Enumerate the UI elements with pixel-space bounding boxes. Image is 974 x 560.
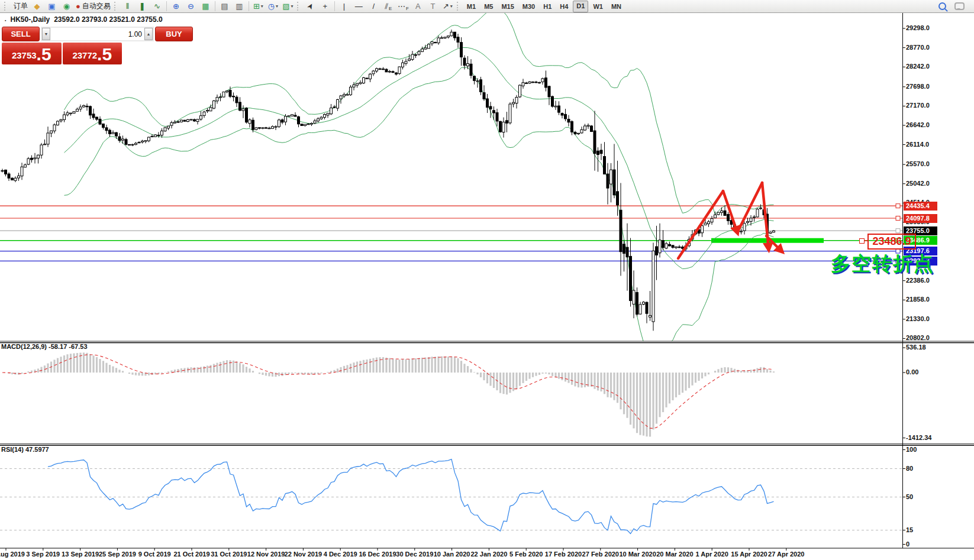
date-axis-label: 20 Mar 2020 <box>656 551 693 558</box>
search-icon[interactable] <box>938 2 946 10</box>
sell-button[interactable]: SELL <box>2 27 40 41</box>
price-level-tag: 24097.8 <box>904 214 937 223</box>
turning-point-annotation[interactable]: 多空转折点 <box>831 251 934 277</box>
date-axis-label: 22 Jan 2020 <box>471 551 508 558</box>
zoom-in-icon[interactable]: ⊕ <box>169 1 183 12</box>
timeframe-mn[interactable]: MN <box>608 1 625 12</box>
rsi-indicator-label: RSI(14) 47.5977 <box>1 446 49 453</box>
zoom-out-icon[interactable]: ⊖ <box>184 1 198 12</box>
tile-windows-icon[interactable]: ▦ <box>199 1 212 12</box>
volume-increase-button[interactable]: ▲ <box>144 28 153 40</box>
timeframe-m1[interactable]: M1 <box>463 1 479 12</box>
text-icon[interactable]: A <box>411 1 425 12</box>
buy-price-display[interactable]: 23772 .5 <box>63 43 122 64</box>
date-axis-label: 5 Feb 2020 <box>509 551 543 558</box>
mt4-window: 订单◆▣◉●自动交易⫴❚∿⊕⊖▦▤▥⊞▾◷▾▧▾➤+|—/⫽E⋯FAT↗▾M1M… <box>0 0 974 560</box>
new-order-icon[interactable]: ◆ <box>30 1 44 12</box>
price-level-tag: 24435.4 <box>904 202 937 211</box>
rsi-axis-label: 80 <box>906 465 913 472</box>
buy-price-main: 23772 <box>72 50 97 61</box>
crosshair-icon[interactable]: + <box>318 1 332 12</box>
price-axis-label: 21330.0 <box>906 315 930 322</box>
add-indicator-icon[interactable]: ⊞▾ <box>251 1 265 12</box>
macd-label: MACD(12,26,9) <box>1 343 47 350</box>
vertical-line-icon[interactable]: | <box>337 1 351 12</box>
level-callout-box[interactable]: 23486.9 <box>867 234 916 250</box>
macd-axis-label: 536.18 <box>906 344 926 351</box>
mql-community-icon[interactable]: ◉ <box>60 1 73 12</box>
buy-price-frac: .5 <box>97 46 112 63</box>
arrows-icon[interactable]: ↗▾ <box>441 1 454 12</box>
timeframe-d1[interactable]: D1 <box>573 1 588 12</box>
price-axis-label: 28242.0 <box>906 63 930 70</box>
candlestick-icon[interactable]: ❚ <box>136 1 149 12</box>
sell-price-display[interactable]: 23753 .5 <box>2 43 62 64</box>
price-axis-label: 26642.0 <box>906 121 930 128</box>
date-axis-label: 3 Sep 2019 <box>26 551 60 558</box>
timeframe-m30[interactable]: M30 <box>519 1 538 12</box>
toolbar-separator <box>166 1 167 11</box>
indicator-window-icon[interactable]: ▤ <box>218 1 231 12</box>
volume-input[interactable] <box>50 28 144 40</box>
toolbar-separator <box>249 1 249 11</box>
horizontal-line-icon[interactable]: — <box>352 1 366 12</box>
template-icon[interactable]: ▧▾ <box>281 1 295 12</box>
date-axis-label: 22 Aug 2019 <box>0 551 25 558</box>
trendline-icon[interactable]: / <box>367 1 380 12</box>
date-axis-label: 12 Nov 2019 <box>247 551 285 558</box>
rsi-axis-label: 100 <box>906 446 917 453</box>
date-axis-label: 13 Sep 2019 <box>62 551 99 558</box>
date-axis-label: 25 Sep 2019 <box>99 551 136 558</box>
channel-icon[interactable]: ⫽E <box>382 1 395 12</box>
symbol-marker-icon: ▪ <box>5 18 6 22</box>
date-axis-label: 17 Feb 2020 <box>545 551 582 558</box>
one-click-trade-panel: SELL ▼ ▲ BUY 23753 .5 23772 .5 <box>2 27 122 64</box>
volume-control: ▼ ▲ <box>41 27 154 41</box>
fibonacci-icon[interactable]: ⋯F <box>396 1 410 12</box>
line-chart-icon[interactable]: ∿ <box>150 1 164 12</box>
timeframe-m15[interactable]: M15 <box>498 1 517 12</box>
price-axis-label: 25570.0 <box>906 160 930 167</box>
autotrade-button[interactable]: ●自动交易 <box>75 1 112 12</box>
volume-decrease-button[interactable]: ▼ <box>42 28 50 40</box>
toolbar-separator <box>334 1 335 11</box>
chart-canvas[interactable] <box>0 0 974 560</box>
chart-window-icon[interactable]: ▣ <box>45 1 59 12</box>
toolbar-separator <box>215 1 215 11</box>
price-axis-label: 27170.0 <box>906 102 930 109</box>
callout-anchor-square <box>859 238 865 244</box>
chart-title: ▪ HK50-,Daily 23592.0 23793.0 23521.0 23… <box>5 15 163 24</box>
chart-shift-icon[interactable]: ▥ <box>233 1 246 12</box>
order-button[interactable]: 订单 <box>11 1 29 12</box>
cursor-icon[interactable]: ➤ <box>304 1 317 12</box>
label-icon[interactable]: T <box>426 1 440 12</box>
date-axis-label: 4 Dec 2019 <box>324 551 357 558</box>
date-axis-label: 31 Oct 2019 <box>211 551 247 558</box>
date-axis-label: 21 Oct 2019 <box>173 551 209 558</box>
toolbar-grip <box>4 2 7 11</box>
macd-axis-label: -1412.34 <box>906 434 931 441</box>
rsi-axis-label: 0 <box>906 540 910 548</box>
toolbar-right <box>938 2 974 10</box>
date-axis-label: 1 Apr 2020 <box>696 551 728 558</box>
price-axis-label: 27698.0 <box>906 83 930 90</box>
timeframe-m5[interactable]: M5 <box>480 1 496 12</box>
date-axis-label: 27 Feb 2020 <box>582 551 619 558</box>
chat-icon[interactable] <box>954 2 965 10</box>
toolbar-grip <box>114 2 117 11</box>
price-axis-label: 29298.0 <box>906 24 930 31</box>
price-axis-label: 25042.0 <box>906 180 930 187</box>
toolbar-grip <box>297 2 300 11</box>
macd-axis-label: 0.00 <box>906 368 918 376</box>
buy-button[interactable]: BUY <box>155 27 193 41</box>
date-axis-label: 27 Apr 2020 <box>768 551 804 558</box>
timeframe-w1[interactable]: W1 <box>589 1 607 12</box>
period-icon[interactable]: ◷▾ <box>266 1 280 12</box>
timeframe-h1[interactable]: H1 <box>540 1 555 12</box>
sell-price-main: 23753 <box>12 50 37 61</box>
date-axis-label: 22 Nov 2019 <box>285 551 322 558</box>
rsi-axis-label: 15 <box>906 526 913 533</box>
bar-chart-icon[interactable]: ⫴ <box>121 1 134 12</box>
ohlc-values: 23592.0 23793.0 23521.0 23755.0 <box>54 15 163 24</box>
timeframe-h4[interactable]: H4 <box>556 1 572 12</box>
